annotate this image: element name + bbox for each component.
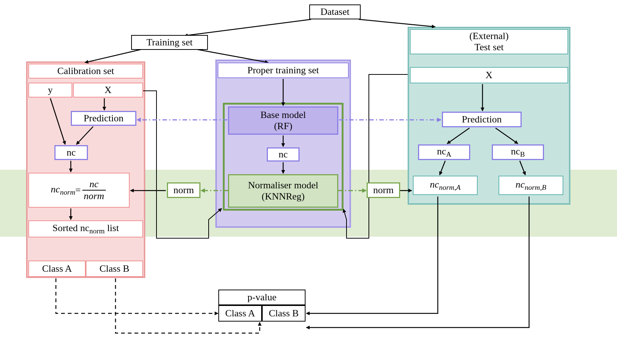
pvalue-node: p-value (218, 290, 306, 305)
dataset-node: Dataset (309, 4, 361, 19)
p-class-a: Class A (218, 305, 262, 322)
sorted-pre: Sorted nc (53, 223, 89, 233)
eq-lhs-sub: norm (60, 188, 75, 196)
prediction-calibration: Prediction (71, 111, 136, 126)
nc-mid: nc (267, 147, 300, 162)
norm-right: norm (367, 182, 400, 198)
prediction-test: Prediction (442, 112, 522, 127)
normaliser-model: Normaliser model (KNNReg) (228, 174, 338, 208)
normaliser-line1: Normaliser model (248, 180, 318, 191)
eq-num: nc (88, 179, 100, 189)
ncnormA-nc: nc (430, 179, 439, 190)
diagram-stage: Dataset Training set (External) Test set… (0, 0, 617, 364)
test-X: X (410, 67, 568, 83)
ncB-sub: B (520, 150, 525, 158)
sorted-sub: norm (89, 227, 105, 235)
p-class-b: Class B (262, 305, 306, 322)
test-set-line2: Test set (474, 42, 503, 53)
calibration-X: X (73, 83, 143, 98)
ncnorm-equation: ncnorm = nc norm (28, 173, 130, 208)
base-model-line1: Base model (260, 109, 306, 121)
sorted-post: list (105, 223, 119, 233)
ncnormB-nc: nc (516, 179, 525, 190)
eq-fraction: nc norm (82, 179, 106, 201)
training-set-node: Training set (131, 35, 208, 50)
sorted-ncnorm-list: Sorted ncnorm list (28, 220, 143, 237)
nc-A: ncA (418, 144, 470, 160)
ncnormA-sub: norm,A (439, 183, 461, 191)
nc-B: ncB (492, 144, 544, 160)
ncnormB-sub: norm,B (525, 183, 546, 191)
ncB-label: nc (511, 146, 520, 157)
calibration-y: y (28, 83, 72, 98)
test-set-line1: (External) (469, 31, 509, 42)
base-model: Base model (RF) (228, 106, 338, 135)
ncA-label: nc (437, 146, 446, 157)
proper-training-set: Proper training set (218, 63, 349, 78)
eq-lhs-nc: nc (51, 184, 60, 195)
test-set-node: (External) Test set (410, 29, 568, 54)
calibration-class-a: Class A (28, 261, 86, 277)
base-model-line2: (RF) (274, 121, 292, 132)
nc-calibration: nc (54, 145, 88, 160)
ncnorm-B: ncnorm,B (499, 176, 563, 195)
eq-den: norm (82, 191, 106, 201)
ncA-sub: A (446, 150, 451, 158)
ncnorm-A: ncnorm,A (413, 176, 478, 195)
calibration-class-b: Class B (86, 261, 143, 277)
normaliser-line2: (KNNReg) (262, 191, 305, 202)
eq-eq: = (75, 185, 81, 196)
calibration-set-node: Calibration set (28, 64, 143, 79)
norm-left: norm (167, 182, 200, 198)
